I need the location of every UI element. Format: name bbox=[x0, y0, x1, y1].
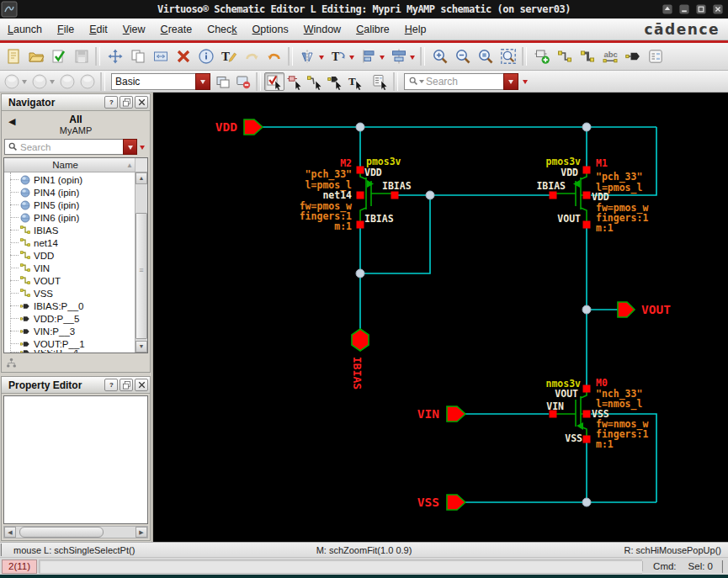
schematic-label[interactable]: VSS bbox=[417, 496, 439, 509]
terminal-square[interactable] bbox=[391, 192, 399, 199]
schematic-label[interactable]: IBIAS bbox=[536, 180, 566, 192]
schematic-label[interactable]: VOUT bbox=[555, 388, 578, 400]
zoom-in-button[interactable] bbox=[428, 45, 451, 67]
dropdown-arrow[interactable] bbox=[380, 56, 385, 62]
scroll-left-arrow[interactable]: ◀ bbox=[4, 527, 16, 538]
tree-item-vin-p-3[interactable]: VIN:P__3 bbox=[4, 325, 147, 337]
check-save-button[interactable] bbox=[47, 45, 70, 67]
tree-item-vout[interactable]: VOUT bbox=[4, 274, 147, 287]
hscrollbar-thumb[interactable] bbox=[19, 527, 104, 538]
schematic-label[interactable]: VIN bbox=[546, 400, 564, 412]
schematic-label[interactable]: net14 bbox=[322, 189, 352, 201]
tree-item-ibias[interactable]: IBIAS bbox=[4, 224, 147, 236]
navigator-header[interactable]: Navigator ? bbox=[2, 94, 150, 111]
dropdown-arrow[interactable] bbox=[410, 56, 415, 62]
tree-item-vss[interactable]: VSS bbox=[4, 287, 147, 300]
sel-wire-button[interactable] bbox=[305, 72, 325, 91]
nav-round-button[interactable] bbox=[2, 72, 22, 91]
stretch-button[interactable] bbox=[149, 45, 172, 67]
move-button[interactable] bbox=[104, 45, 126, 67]
panel-close-button[interactable] bbox=[135, 96, 148, 109]
menu-calibre[interactable]: Calibre bbox=[348, 24, 397, 35]
terminal-square[interactable] bbox=[583, 385, 591, 393]
junction-dot[interactable] bbox=[582, 498, 591, 506]
schematic-label[interactable]: VDD bbox=[364, 167, 382, 178]
workspace-dropdown-button[interactable] bbox=[195, 73, 210, 90]
zoom-fit-button[interactable] bbox=[497, 45, 519, 67]
dropdown-arrow[interactable] bbox=[50, 80, 55, 87]
schematic-label[interactable]: m:1 bbox=[596, 222, 614, 234]
pin-vout[interactable] bbox=[618, 302, 635, 317]
schematic-label[interactable]: IBIAS bbox=[382, 180, 412, 192]
toolbar-opt-button[interactable] bbox=[233, 72, 253, 91]
create-label-button[interactable]: abc bbox=[598, 45, 621, 67]
sel-instance-button[interactable] bbox=[284, 72, 305, 91]
property-editor-header[interactable]: Property Editor ? bbox=[2, 377, 150, 394]
create-pin-button[interactable] bbox=[621, 45, 644, 67]
schematic-label[interactable]: VDD bbox=[561, 167, 578, 178]
schematic-label[interactable]: M0 bbox=[596, 377, 608, 389]
scrollbar-thumb[interactable] bbox=[136, 213, 147, 339]
tree-item-pin4-ipin-[interactable]: PIN4 (ipin) bbox=[4, 186, 147, 199]
create-block-button[interactable] bbox=[644, 45, 667, 67]
tree-item-vin[interactable]: VIN bbox=[4, 262, 147, 274]
menu-options[interactable]: Options bbox=[245, 24, 296, 35]
search-options-arrow[interactable] bbox=[523, 80, 528, 87]
junction-dot[interactable] bbox=[426, 191, 434, 199]
schematic-label[interactable]: IBIAS bbox=[364, 213, 394, 225]
junction-dot[interactable] bbox=[582, 123, 591, 131]
sel-form-button[interactable] bbox=[370, 72, 391, 91]
tree-item-vss-p-4[interactable]: VSS:P__4 bbox=[4, 350, 147, 353]
sel-all-button[interactable] bbox=[264, 72, 284, 91]
scroll-up-arrow[interactable]: ▲ bbox=[136, 172, 147, 184]
panel-close-button[interactable] bbox=[135, 379, 148, 391]
dropdown-arrow[interactable] bbox=[319, 56, 324, 62]
toolbar-search-combo[interactable]: Search bbox=[404, 73, 518, 90]
back-arrow-icon[interactable]: ◀ bbox=[8, 116, 15, 127]
navigator-search-dropdown[interactable] bbox=[123, 139, 137, 155]
terminal-square[interactable] bbox=[550, 192, 557, 199]
dropdown-arrow[interactable] bbox=[349, 56, 354, 62]
schematic-label[interactable]: VIN bbox=[417, 407, 439, 421]
win-shade-button[interactable] bbox=[660, 3, 674, 16]
terminal-square[interactable] bbox=[583, 167, 591, 174]
open-folder-button[interactable] bbox=[24, 45, 47, 67]
panel-help-button[interactable]: ? bbox=[104, 96, 118, 109]
schematic-label[interactable]: IBIAS bbox=[351, 357, 364, 390]
rotate-button[interactable]: T bbox=[327, 45, 349, 67]
redo-button[interactable] bbox=[263, 45, 285, 67]
panel-float-button[interactable] bbox=[120, 96, 133, 109]
tree-item-pin5-ipin-[interactable]: PIN5 (ipin) bbox=[4, 199, 147, 211]
sel-label-button[interactable]: T bbox=[345, 72, 365, 91]
schematic-label[interactable]: VSS bbox=[565, 432, 582, 444]
tree-item-pin6-ipin-[interactable]: PIN6 (ipin) bbox=[4, 211, 147, 224]
property-editor-body[interactable] bbox=[3, 395, 148, 524]
menu-window[interactable]: Window bbox=[296, 24, 348, 35]
junction-dot[interactable] bbox=[582, 305, 591, 314]
pin-vin[interactable] bbox=[447, 406, 465, 422]
tree-item-vout-p-1[interactable]: VOUT:P__1 bbox=[4, 337, 147, 350]
menu-create[interactable]: Create bbox=[153, 24, 200, 35]
schematic-label[interactable]: m:1 bbox=[596, 438, 614, 450]
junction-dot[interactable] bbox=[356, 123, 364, 131]
create-wire-button[interactable] bbox=[553, 45, 576, 67]
info-button[interactable] bbox=[194, 45, 217, 67]
navigator-search[interactable]: Search bbox=[2, 137, 150, 156]
delete-button[interactable] bbox=[172, 45, 194, 67]
property-editor-hscrollbar[interactable]: ◀ ▶ bbox=[3, 526, 148, 538]
nav-round-button[interactable] bbox=[29, 72, 50, 91]
scroll-down-arrow[interactable]: ▼ bbox=[136, 341, 147, 353]
tree-item-ibias-p-0[interactable]: IBIAS:P__0 bbox=[4, 300, 147, 312]
schematic-label[interactable]: pmos3v bbox=[366, 156, 401, 167]
terminal-square[interactable] bbox=[583, 436, 591, 443]
tree-item-vdd[interactable]: VDD bbox=[4, 249, 147, 262]
schematic-label[interactable]: VOUT bbox=[557, 213, 581, 225]
sel-pin-button[interactable] bbox=[325, 72, 345, 91]
panel-help-button[interactable]: ? bbox=[104, 379, 118, 391]
schematic-label[interactable]: M1 bbox=[596, 157, 608, 169]
menu-check[interactable]: Check bbox=[199, 24, 244, 35]
schematic-label[interactable]: pmos3v bbox=[545, 156, 581, 167]
win-close-button[interactable] bbox=[710, 3, 725, 16]
scroll-right-arrow[interactable]: ▶ bbox=[136, 527, 147, 538]
schematic-canvas[interactable]: VDDVINVSSVOUTIBIASM2"pch_33"l=pmos_lnet1… bbox=[153, 93, 728, 542]
